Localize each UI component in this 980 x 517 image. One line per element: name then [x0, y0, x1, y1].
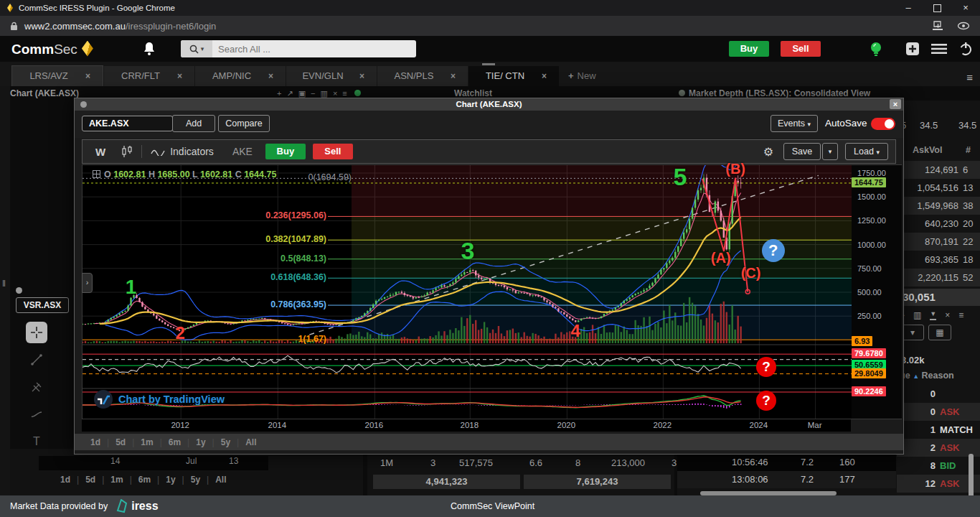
panel-menu-icon[interactable]: ≡: [342, 89, 347, 98]
question-mark-red-icon[interactable]: ?: [756, 391, 776, 411]
askvol-row[interactable]: 1,054,51613: [897, 179, 980, 197]
chart-range-button-1d[interactable]: 1d: [90, 437, 100, 447]
askvol-row[interactable]: 2,220,11552: [897, 269, 980, 287]
dropdown-button[interactable]: ▾: [901, 325, 924, 340]
window-restore-button[interactable]: [923, 0, 951, 17]
tab-crr-flt[interactable]: CRR/FLT×: [104, 66, 194, 86]
tab-close-icon[interactable]: ×: [542, 66, 559, 86]
range-button-1y[interactable]: 1y: [166, 475, 175, 485]
add-icon[interactable]: +: [277, 89, 281, 98]
question-mark-red-icon[interactable]: ?: [756, 357, 776, 377]
download-icon[interactable]: ▼: [930, 310, 936, 320]
chart-buy-button[interactable]: Buy: [265, 144, 306, 159]
split-icon[interactable]: ▥: [321, 89, 328, 98]
range-button-5d[interactable]: 5d: [85, 475, 95, 485]
crosshair-tool[interactable]: [26, 322, 47, 343]
trade-row[interactable]: 10:56:467.2160: [677, 454, 896, 471]
trade-row[interactable]: 13:08:067.2177: [677, 471, 896, 488]
range-button-1d[interactable]: 1d: [60, 475, 70, 485]
reason-header[interactable]: Reason: [922, 371, 954, 381]
vertical-scrollbar[interactable]: [969, 454, 974, 495]
reading-mode-eye-icon[interactable]: [957, 21, 970, 31]
indicators-button[interactable]: Indicators: [151, 146, 214, 157]
tab-asn-pls[interactable]: ASN/PLS×: [377, 66, 468, 86]
tradingview-attribution[interactable]: Chart by TradingView: [94, 390, 225, 409]
tab-amp-nic[interactable]: AMP/NIC×: [195, 66, 286, 86]
link-icon[interactable]: ▣: [298, 89, 306, 98]
power-logout-icon[interactable]: [958, 42, 973, 56]
askvol-row[interactable]: 640,23020: [897, 215, 980, 233]
load-dropdown[interactable]: Load ▾: [845, 143, 888, 160]
chart-range-button-1y[interactable]: 1y: [196, 437, 205, 447]
askvol-row[interactable]: 870,19122: [897, 233, 980, 251]
main-menu-icon[interactable]: [931, 43, 947, 55]
candlestick-style-button[interactable]: [121, 145, 133, 158]
range-button-All[interactable]: All: [215, 475, 226, 485]
price-axis[interactable]: 1750.001500.001250.001000.00750.00500.00…: [852, 164, 902, 419]
dialog-close-icon[interactable]: ×: [890, 99, 901, 109]
add-button[interactable]: Add: [172, 115, 215, 132]
chart-sell-button[interactable]: Sell: [313, 144, 353, 159]
bg-symbol-input[interactable]: VSR.ASX: [16, 297, 69, 313]
askvol-header[interactable]: AskVol: [913, 145, 942, 155]
range-button-5y[interactable]: 5y: [191, 475, 200, 485]
chart-range-button-5y[interactable]: 5y: [221, 437, 230, 447]
reason-row[interactable]: 1MATCH: [897, 421, 980, 439]
tab-overflow-menu-icon[interactable]: ≡: [966, 71, 973, 83]
tabbar-drag-handle[interactable]: [482, 63, 495, 65]
chart-range-button-All[interactable]: All: [245, 437, 256, 447]
calendar-icon[interactable]: ▦: [928, 325, 951, 340]
window-minimize-button[interactable]: –: [894, 0, 923, 16]
close-panel-icon[interactable]: ×: [333, 89, 337, 98]
ideas-bulb-icon[interactable]: [868, 40, 884, 57]
legend-grid-icon[interactable]: [93, 170, 100, 178]
dialog-titlebar[interactable]: Chart (AKE.ASX) ×: [75, 98, 903, 111]
notifications-bell-icon[interactable]: [142, 41, 156, 57]
tab-close-icon[interactable]: ×: [359, 66, 377, 86]
reason-row[interactable]: 8BID: [897, 457, 980, 475]
close-icon[interactable]: ×: [945, 310, 950, 320]
tab-evn-gln[interactable]: EVN/GLN×: [286, 66, 377, 86]
add-widget-icon[interactable]: [905, 42, 920, 56]
chart-range-button-5d[interactable]: 5d: [116, 437, 126, 447]
collapse-right-icon[interactable]: ›: [82, 273, 93, 293]
gear-icon[interactable]: ⚙: [763, 145, 773, 159]
new-tab-button[interactable]: +New: [560, 66, 596, 86]
brush-tool[interactable]: [26, 404, 47, 425]
autosave-toggle[interactable]: [871, 118, 895, 130]
askvol-row[interactable]: 124,6916: [897, 161, 980, 179]
tab-close-icon[interactable]: ×: [451, 66, 468, 86]
tab-close-icon[interactable]: ×: [85, 66, 103, 86]
save-button[interactable]: Save: [783, 143, 821, 160]
events-dropdown[interactable]: Events ▾: [771, 115, 818, 132]
popout-icon[interactable]: ↗: [286, 89, 293, 98]
columns-icon[interactable]: ▥: [913, 310, 921, 320]
pitchfork-tool[interactable]: [26, 376, 47, 398]
save-dropdown-icon[interactable]: ▾: [822, 143, 838, 160]
num-header[interactable]: #: [966, 145, 971, 155]
reason-row[interactable]: 0ASK: [897, 403, 980, 421]
askvol-row[interactable]: 693,36518: [897, 251, 980, 269]
search-input[interactable]: [212, 44, 410, 55]
range-button-6m[interactable]: 6m: [138, 475, 151, 485]
range-button-1m[interactable]: 1m: [110, 475, 123, 485]
save-page-icon[interactable]: [932, 21, 944, 32]
symbol-input[interactable]: AKE.ASX: [82, 116, 173, 131]
buy-button[interactable]: Buy: [729, 41, 769, 57]
reason-row[interactable]: 0: [897, 385, 980, 403]
search-scope-button[interactable]: ▾: [181, 40, 212, 57]
chart-plot-area[interactable]: O 1602.81 H 1685.00 L 1602.81 C 1644.75 …: [82, 164, 852, 419]
sell-button[interactable]: Sell: [781, 41, 821, 57]
reason-row[interactable]: 2ASK: [897, 439, 980, 457]
chart-range-button-6m[interactable]: 6m: [169, 437, 181, 447]
compare-button[interactable]: Compare: [218, 115, 270, 132]
trendline-tool[interactable]: [26, 349, 47, 371]
tab-lrs-avz[interactable]: LRS/AVZ×: [11, 65, 103, 86]
window-close-button[interactable]: ×: [951, 0, 980, 16]
tab-close-icon[interactable]: ×: [268, 66, 286, 86]
time-axis[interactable]: 2012201420162018202020222024Mar: [82, 419, 851, 432]
chart-range-button-1m[interactable]: 1m: [141, 437, 153, 447]
value-reason-headers[interactable]: Value ▲ Reason: [897, 371, 954, 381]
menu-icon[interactable]: ≡: [958, 310, 963, 320]
tab-close-icon[interactable]: ×: [177, 66, 194, 86]
